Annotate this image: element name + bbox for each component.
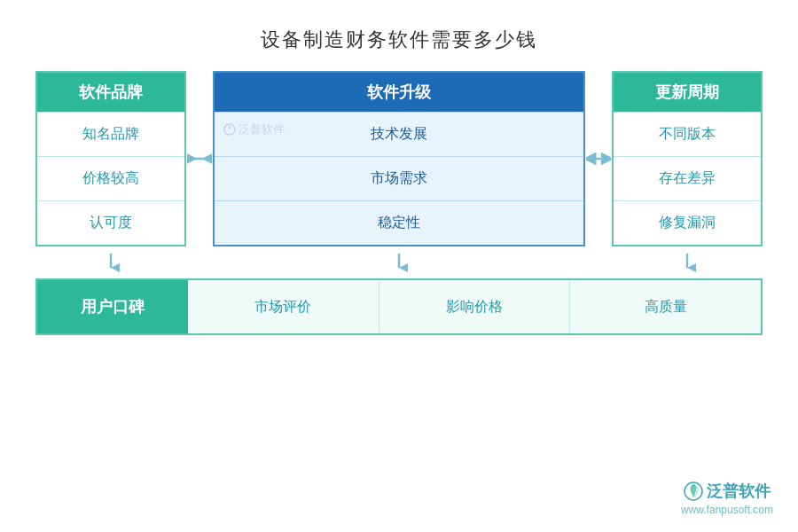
arrow-down-right — [612, 248, 763, 278]
logo-watermark: 泛普软件 www.fanpusoft.com — [681, 481, 773, 516]
page-title: 设备制造财务软件需要多少钱 — [0, 0, 798, 71]
arrow-right-icon — [585, 71, 612, 246]
svg-point-1 — [224, 124, 235, 135]
left-col-item-1: 知名品牌 — [37, 112, 184, 156]
mid-col-item-2: 市场需求 — [215, 156, 583, 200]
right-col-item-3: 修复漏洞 — [614, 200, 761, 245]
mid-col-item-1: 泛普软件 技术发展 — [215, 112, 583, 156]
right-col-item-2: 存在差异 — [614, 156, 761, 200]
logo-url: www.fanpusoft.com — [681, 504, 773, 516]
bottom-item-3: 高质量 — [569, 282, 761, 332]
mid-col-item-3: 稳定性 — [215, 200, 583, 245]
bottom-row-label: 用户口碑 — [37, 280, 188, 333]
arrow-left-icon — [186, 71, 213, 246]
left-col-header: 软件品牌 — [37, 73, 184, 112]
logo-name: 泛普软件 — [707, 481, 771, 502]
left-col-item-3: 认可度 — [37, 200, 184, 245]
arrow-down-mid — [186, 248, 612, 278]
logo-main: 泛普软件 — [684, 481, 771, 502]
top-row: 软件品牌 知名品牌 价格较高 认可度 软件升级 — [35, 71, 763, 246]
mid-col-header: 软件升级 — [215, 73, 583, 112]
left-column: 软件品牌 知名品牌 价格较高 认可度 — [35, 71, 186, 246]
mid-column: 软件升级 泛普软件 技术发展 市场需求 稳定性 — [213, 71, 585, 246]
bottom-items: 市场评价 影响价格 高质量 — [188, 280, 761, 333]
main-diagram: 软件品牌 知名品牌 价格较高 认可度 软件升级 — [0, 71, 798, 335]
arrow-down-left — [35, 248, 186, 278]
arrow-down-row — [35, 248, 763, 278]
left-col-item-2: 价格较高 — [37, 156, 184, 200]
right-col-header: 更新周期 — [614, 73, 761, 112]
logo-icon — [684, 481, 703, 501]
mid-col-wrapper: 软件升级 泛普软件 技术发展 市场需求 稳定性 — [213, 71, 585, 246]
bottom-item-2: 影响价格 — [379, 282, 570, 332]
bottom-item-1: 市场评价 — [188, 282, 379, 332]
mid-watermark: 泛普软件 — [223, 121, 285, 137]
right-col-item-1: 不同版本 — [614, 112, 761, 156]
bottom-row: 用户口碑 市场评价 影响价格 高质量 — [35, 278, 763, 335]
right-column: 更新周期 不同版本 存在差异 修复漏洞 — [612, 71, 763, 246]
